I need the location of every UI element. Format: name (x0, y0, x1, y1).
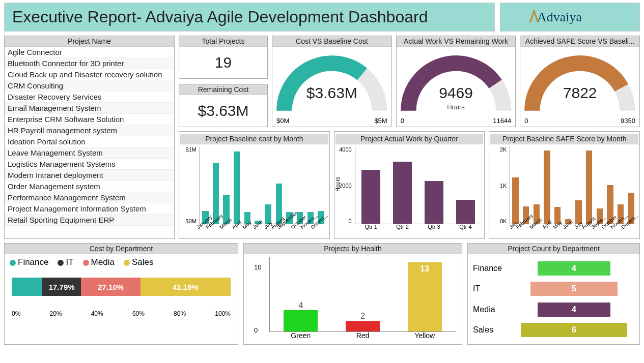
page-title: Executive Report- Advaiya Agile Developm… (4, 3, 495, 32)
kpi-total-projects-value: 19 (179, 47, 267, 78)
cost-department-axis: 0%20%40%60%80%100% (12, 310, 231, 317)
gauge-work-title: Actual Work VS Remaining Work (397, 36, 516, 47)
list-item[interactable]: Bluetooth Connector for 3D printer (5, 58, 174, 69)
gauge-work-sub: Hours (397, 103, 516, 111)
legend-item[interactable]: Media (83, 257, 115, 267)
list-item[interactable]: Disaster Recovery Services (5, 92, 174, 103)
gauge-work: Actual Work VS Remaining Work 9469 Hours… (396, 36, 516, 127)
funnel-row-sales: Sales6 (473, 323, 634, 337)
list-item[interactable]: Modern Intranet deployment (5, 170, 174, 181)
gauge-safe-title: Achieved SAFE Score VS Baseli... (520, 36, 639, 47)
chart-projects-health-title: Projects by Health (244, 244, 462, 254)
right-stack: Total Projects 19 Remaining Cost $3.63M … (179, 36, 640, 239)
stacked-segment-media: 27.10% (81, 278, 141, 296)
brand-logo: Advaiya (500, 3, 640, 32)
chart-baseline-cost: Project Baseline cost by Month $1M$0MJan… (179, 131, 330, 239)
chart-count-department: Project Count by Department Finance4IT5M… (467, 243, 640, 345)
chart-projects-health: Projects by Health 4Green2Red13Yellow100 (243, 243, 462, 345)
chart-cost-department: Cost by Department FinanceITMediaSales 1… (4, 243, 238, 345)
list-item[interactable]: Email Management System (5, 103, 174, 114)
cost-department-legend: FinanceITMediaSales (5, 254, 238, 270)
list-item[interactable]: Performance Management System (5, 192, 174, 203)
bottom-row: Cost by Department FinanceITMediaSales 1… (0, 239, 644, 345)
gauge-cost-max: $5M (374, 117, 387, 125)
kpi-gauges-row: Total Projects 19 Remaining Cost $3.63M … (179, 36, 640, 127)
stacked-segment-finance (12, 278, 42, 296)
funnel-row-finance: Finance4 (473, 261, 634, 276)
gauge-cost: Cost VS Baseline Cost $3.63M $0M $5M (272, 36, 392, 127)
list-item[interactable]: Ideation Portal solution (5, 136, 174, 147)
legend-item[interactable]: IT (58, 257, 73, 267)
list-item[interactable]: Logistics Management Systems (5, 159, 174, 170)
chart-actual-work: Project Actual Work by Quarter 400020000… (334, 131, 485, 239)
gauge-safe-value: 7822 (520, 84, 639, 102)
gauge-work-value: 9469 (397, 84, 516, 102)
chart-baseline-cost-title: Project Baseline cost by Month (180, 134, 328, 144)
gauge-cost-min: $0M (276, 117, 289, 125)
list-item[interactable]: Cloud Back up and Disaster recovery solu… (5, 69, 174, 80)
gauge-work-min: 0 (401, 117, 404, 125)
chart-safe-score-title: Project Baseline SAFE Score by Month (490, 134, 638, 144)
list-item[interactable]: CRM Consulting (5, 80, 174, 92)
gauge-cost-value: $3.63M (272, 84, 391, 102)
list-item[interactable]: Leave Management System (5, 147, 174, 159)
list-item[interactable]: Project Management Information System (5, 203, 174, 215)
funnel-row-it: IT5 (473, 282, 634, 296)
header: Executive Report- Advaiya Agile Developm… (0, 0, 644, 32)
kpi-remaining-cost-title: Remaining Cost (179, 84, 267, 95)
kpi-total-projects: Total Projects 19 (179, 36, 268, 79)
gauge-safe-min: 0 (524, 117, 528, 125)
kpi-remaining-cost-value: $3.63M (179, 95, 267, 127)
chart-actual-work-title: Project Actual Work by Quarter (335, 134, 484, 144)
funnel-row-media: Media4 (473, 302, 634, 317)
kpi-remaining-cost: Remaining Cost $3.63M (179, 84, 268, 127)
list-item[interactable]: Agile Connector (5, 47, 174, 58)
chart-cost-department-title: Cost by Department (5, 244, 238, 254)
stacked-segment-it: 17.79% (42, 278, 81, 296)
gauge-cost-title: Cost VS Baseline Cost (272, 36, 391, 47)
list-item[interactable]: HR Payroll management system (5, 125, 174, 136)
legend-item[interactable]: Sales (124, 257, 154, 267)
chart-safe-score: Project Baseline SAFE Score by Month 2K1… (489, 131, 640, 239)
gauge-safe: Achieved SAFE Score VS Baseli... 7822 0 … (520, 36, 640, 127)
cost-department-stacked-bar: 17.79%27.10%41.18% (12, 278, 231, 296)
list-item[interactable]: Retail Sporting Equipment ERP (5, 215, 174, 226)
mini-charts-row: Project Baseline cost by Month $1M$0MJan… (179, 131, 640, 239)
kpi-total-projects-title: Total Projects (179, 36, 267, 47)
gauge-work-max: 11644 (493, 117, 511, 125)
svg-text:Advaiya: Advaiya (537, 10, 582, 24)
project-list-panel: Project Name Agile ConnectorBluetooth Co… (4, 36, 175, 239)
legend-item[interactable]: Finance (10, 257, 48, 267)
project-list[interactable]: Agile ConnectorBluetooth Connector for 3… (5, 47, 174, 238)
kpi-column: Total Projects 19 Remaining Cost $3.63M (179, 36, 268, 127)
main-grid: Project Name Agile ConnectorBluetooth Co… (0, 32, 644, 239)
chart-count-department-title: Project Count by Department (468, 244, 639, 254)
project-list-title: Project Name (5, 36, 174, 47)
gauge-safe-max: 9350 (621, 117, 635, 125)
list-item[interactable]: Enterprise CRM Software Solution (5, 114, 174, 125)
stacked-segment-sales: 41.18% (141, 278, 231, 296)
list-item[interactable]: Order Management system (5, 181, 174, 192)
